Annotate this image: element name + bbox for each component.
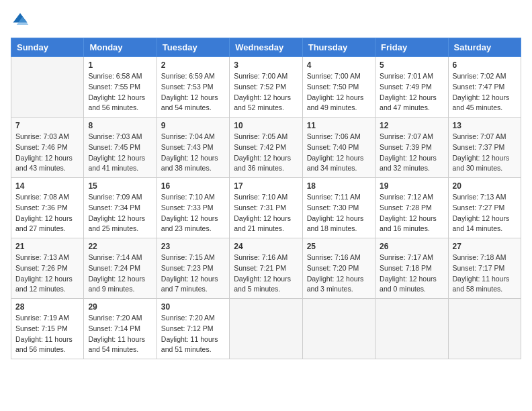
daylight-text: Daylight: 12 hours and 16 minutes. — [380, 214, 437, 233]
daylight-text: Daylight: 12 hours and 0 minutes. — [380, 275, 437, 293]
cell-info: Sunrise: 7:13 AM Sunset: 7:26 PM Dayligh… — [15, 253, 79, 295]
logo — [11, 11, 32, 30]
sunrise-text: Sunrise: 7:16 AM — [234, 253, 287, 261]
sunset-text: Sunset: 7:14 PM — [88, 324, 140, 332]
cell-info: Sunrise: 7:01 AM Sunset: 7:49 PM Dayligh… — [380, 71, 443, 113]
day-number: 22 — [88, 242, 152, 251]
calendar-cell: 25 Sunrise: 7:16 AM Sunset: 7:20 PM Dayl… — [302, 238, 375, 299]
daylight-text: Daylight: 12 hours and 7 minutes. — [161, 275, 218, 293]
cell-info: Sunrise: 7:03 AM Sunset: 7:45 PM Dayligh… — [88, 132, 152, 174]
sunrise-text: Sunrise: 7:18 AM — [453, 253, 506, 261]
logo-icon — [11, 11, 30, 30]
cell-info: Sunrise: 7:00 AM Sunset: 7:50 PM Dayligh… — [307, 71, 371, 113]
sunset-text: Sunset: 7:50 PM — [307, 83, 359, 91]
daylight-text: Daylight: 11 hours and 56 minutes. — [15, 335, 73, 354]
daylight-text: Daylight: 12 hours and 3 minutes. — [307, 275, 364, 293]
sunset-text: Sunset: 7:55 PM — [88, 83, 140, 91]
calendar-cell: 26 Sunrise: 7:17 AM Sunset: 7:18 PM Dayl… — [375, 238, 448, 299]
sunset-text: Sunset: 7:36 PM — [15, 203, 68, 212]
calendar-cell: 6 Sunrise: 7:02 AM Sunset: 7:47 PM Dayli… — [448, 57, 521, 118]
sunset-text: Sunset: 7:33 PM — [161, 203, 214, 212]
day-number: 9 — [161, 121, 225, 130]
calendar-cell: 2 Sunrise: 6:59 AM Sunset: 7:53 PM Dayli… — [157, 57, 229, 118]
day-number: 27 — [453, 242, 517, 251]
cell-info: Sunrise: 7:05 AM Sunset: 7:42 PM Dayligh… — [234, 132, 298, 174]
daylight-text: Daylight: 12 hours and 34 minutes. — [307, 154, 364, 173]
calendar-week-row: 7 Sunrise: 7:03 AM Sunset: 7:46 PM Dayli… — [11, 118, 521, 178]
day-number: 10 — [234, 121, 298, 130]
calendar-cell: 16 Sunrise: 7:10 AM Sunset: 7:33 PM Dayl… — [157, 178, 229, 238]
daylight-text: Daylight: 12 hours and 14 minutes. — [453, 214, 510, 233]
daylight-text: Daylight: 12 hours and 5 minutes. — [234, 275, 291, 293]
sunset-text: Sunset: 7:23 PM — [161, 264, 214, 272]
header-day-tuesday: Tuesday — [157, 38, 229, 57]
cell-info: Sunrise: 7:04 AM Sunset: 7:43 PM Dayligh… — [161, 132, 225, 174]
calendar-cell: 12 Sunrise: 7:07 AM Sunset: 7:39 PM Dayl… — [375, 118, 448, 178]
sunrise-text: Sunrise: 7:16 AM — [307, 253, 361, 261]
sunset-text: Sunset: 7:53 PM — [161, 83, 214, 91]
calendar-cell: 27 Sunrise: 7:18 AM Sunset: 7:17 PM Dayl… — [448, 238, 521, 299]
cell-info: Sunrise: 7:18 AM Sunset: 7:17 PM Dayligh… — [453, 253, 517, 295]
day-number: 13 — [453, 121, 517, 130]
cell-info: Sunrise: 7:02 AM Sunset: 7:47 PM Dayligh… — [453, 71, 517, 113]
calendar-cell: 3 Sunrise: 7:00 AM Sunset: 7:52 PM Dayli… — [230, 57, 302, 118]
sunset-text: Sunset: 7:28 PM — [380, 203, 432, 212]
sunrise-text: Sunrise: 7:17 AM — [380, 253, 433, 261]
daylight-text: Daylight: 11 hours and 51 minutes. — [161, 335, 218, 354]
sunset-text: Sunset: 7:15 PM — [15, 324, 68, 332]
calendar-cell: 9 Sunrise: 7:04 AM Sunset: 7:43 PM Dayli… — [157, 118, 229, 178]
header-day-friday: Friday — [375, 38, 448, 57]
cell-info: Sunrise: 7:07 AM Sunset: 7:39 PM Dayligh… — [380, 132, 443, 174]
day-number: 1 — [88, 60, 152, 70]
sunset-text: Sunset: 7:31 PM — [234, 203, 286, 212]
header-day-thursday: Thursday — [302, 38, 375, 57]
calendar-cell: 28 Sunrise: 7:19 AM Sunset: 7:15 PM Dayl… — [11, 299, 84, 359]
sunrise-text: Sunrise: 7:09 AM — [88, 193, 142, 201]
daylight-text: Daylight: 12 hours and 23 minutes. — [161, 214, 218, 233]
daylight-text: Daylight: 12 hours and 49 minutes. — [307, 93, 364, 112]
day-number: 14 — [15, 181, 79, 191]
sunrise-text: Sunrise: 7:20 AM — [88, 314, 142, 322]
calendar-cell: 18 Sunrise: 7:11 AM Sunset: 7:30 PM Dayl… — [302, 178, 375, 238]
calendar-week-row: 1 Sunrise: 6:58 AM Sunset: 7:55 PM Dayli… — [11, 57, 521, 118]
sunrise-text: Sunrise: 7:00 AM — [307, 72, 361, 80]
calendar-cell: 7 Sunrise: 7:03 AM Sunset: 7:46 PM Dayli… — [11, 118, 84, 178]
cell-info: Sunrise: 7:08 AM Sunset: 7:36 PM Dayligh… — [15, 192, 79, 234]
daylight-text: Daylight: 12 hours and 30 minutes. — [453, 154, 510, 173]
calendar-table: SundayMondayTuesdayWednesdayThursdayFrid… — [11, 38, 521, 359]
day-number: 17 — [234, 181, 298, 191]
sunset-text: Sunset: 7:18 PM — [380, 264, 432, 272]
day-number: 7 — [15, 121, 79, 130]
day-number: 3 — [234, 60, 298, 70]
daylight-text: Daylight: 12 hours and 45 minutes. — [453, 93, 510, 112]
sunrise-text: Sunrise: 6:58 AM — [88, 72, 142, 80]
sunrise-text: Sunrise: 7:03 AM — [88, 132, 142, 140]
day-number: 12 — [380, 121, 443, 130]
calendar-cell: 8 Sunrise: 7:03 AM Sunset: 7:45 PM Dayli… — [84, 118, 157, 178]
sunset-text: Sunset: 7:34 PM — [88, 203, 140, 212]
cell-info: Sunrise: 7:09 AM Sunset: 7:34 PM Dayligh… — [88, 192, 152, 234]
day-number: 18 — [307, 181, 371, 191]
calendar-cell — [302, 299, 375, 359]
day-number: 25 — [307, 242, 371, 251]
calendar-cell: 14 Sunrise: 7:08 AM Sunset: 7:36 PM Dayl… — [11, 178, 84, 238]
calendar-cell: 10 Sunrise: 7:05 AM Sunset: 7:42 PM Dayl… — [230, 118, 302, 178]
day-number: 29 — [88, 302, 152, 312]
day-number: 19 — [380, 181, 443, 191]
sunrise-text: Sunrise: 7:15 AM — [161, 253, 215, 261]
sunset-text: Sunset: 7:21 PM — [234, 264, 286, 272]
cell-info: Sunrise: 7:12 AM Sunset: 7:28 PM Dayligh… — [380, 192, 443, 234]
daylight-text: Daylight: 12 hours and 54 minutes. — [161, 93, 218, 112]
calendar-week-row: 14 Sunrise: 7:08 AM Sunset: 7:36 PM Dayl… — [11, 178, 521, 238]
sunset-text: Sunset: 7:26 PM — [15, 264, 68, 272]
day-number: 15 — [88, 181, 152, 191]
sunset-text: Sunset: 7:49 PM — [380, 83, 432, 91]
cell-info: Sunrise: 7:15 AM Sunset: 7:23 PM Dayligh… — [161, 253, 225, 295]
header-day-saturday: Saturday — [448, 38, 521, 57]
calendar-cell: 5 Sunrise: 7:01 AM Sunset: 7:49 PM Dayli… — [375, 57, 448, 118]
calendar-cell: 19 Sunrise: 7:12 AM Sunset: 7:28 PM Dayl… — [375, 178, 448, 238]
sunset-text: Sunset: 7:52 PM — [234, 83, 286, 91]
cell-info: Sunrise: 7:17 AM Sunset: 7:18 PM Dayligh… — [380, 253, 443, 295]
sunset-text: Sunset: 7:45 PM — [88, 143, 140, 151]
sunrise-text: Sunrise: 7:10 AM — [234, 193, 287, 201]
